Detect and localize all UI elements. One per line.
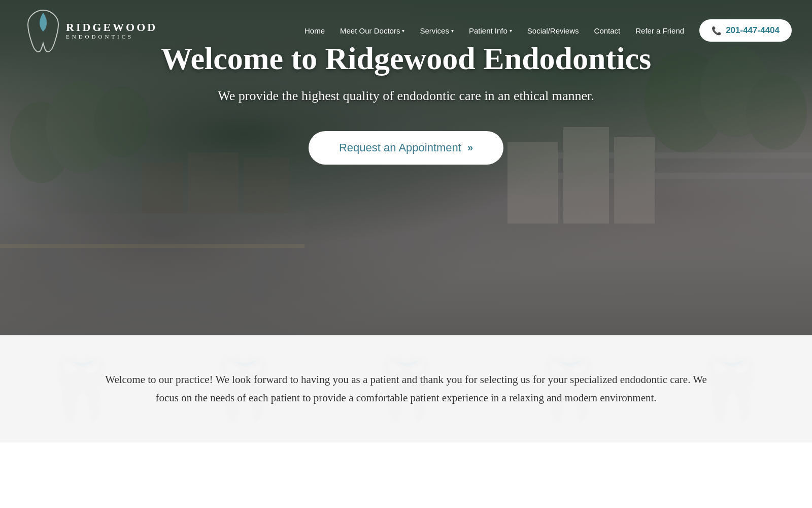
site-header: RIDGEWOOD ENDODONTICS Home Meet Our Doct… (0, 0, 812, 61)
nav-refer-friend[interactable]: Refer a Friend (635, 26, 684, 35)
chevron-down-icon: ▾ (451, 28, 454, 34)
chevron-down-icon: ▾ (510, 28, 512, 34)
svg-rect-6 (0, 213, 304, 335)
brand-name: RIDGEWOOD (66, 21, 157, 34)
logo-icon (20, 5, 66, 56)
nav-meet-doctors[interactable]: Meet Our Doctors ▾ (340, 26, 404, 35)
request-appointment-button[interactable]: Request an Appointment » (309, 131, 503, 165)
chevron-down-icon: ▾ (402, 28, 404, 34)
logo-text: RIDGEWOOD ENDODONTICS (66, 21, 157, 40)
welcome-section: 🦷 🦷 🦷 🦷 🦷 Welcome to our practice! We lo… (0, 335, 812, 442)
phone-icon: 📞 (712, 26, 722, 36)
svg-rect-7 (0, 244, 304, 248)
nav-patient-info[interactable]: Patient Info ▾ (469, 26, 512, 35)
nav-social-reviews[interactable]: Social/Reviews (527, 26, 579, 35)
phone-button[interactable]: 📞 201-447-4404 (699, 19, 792, 42)
hero-subtitle: We provide the highest quality of endodo… (41, 87, 771, 105)
nav-services[interactable]: Services ▾ (420, 26, 454, 35)
main-nav: Home Meet Our Doctors ▾ Services ▾ Patie… (304, 26, 684, 35)
logo[interactable]: RIDGEWOOD ENDODONTICS (20, 5, 157, 56)
double-chevron-icon: » (467, 142, 473, 153)
nav-contact[interactable]: Contact (594, 26, 621, 35)
welcome-paragraph: Welcome to our practice! We look forward… (101, 371, 710, 407)
brand-sub: ENDODONTICS (66, 34, 157, 40)
nav-home[interactable]: Home (304, 26, 325, 35)
